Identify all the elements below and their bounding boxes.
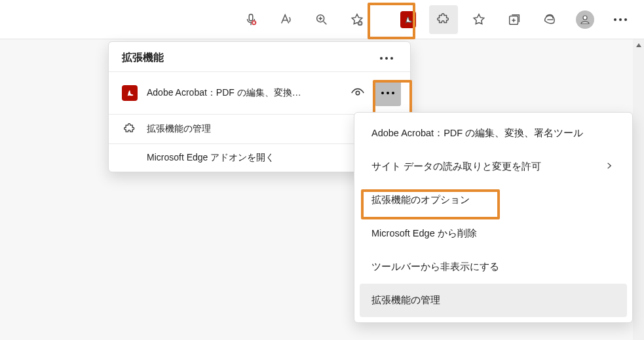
svg-point-5 [583, 16, 587, 20]
voice-icon[interactable] [237, 5, 265, 34]
acrobat-icon [122, 85, 138, 101]
extension-item-more-button[interactable] [375, 80, 401, 106]
extension-context-menu: Adobe Acrobat：PDF の編集、変換、署名ツール サイト データの読… [354, 112, 633, 323]
ctx-site-data-label: サイト データの読み取りと変更を許可 [371, 161, 541, 173]
read-aloud-icon[interactable] [272, 5, 301, 34]
visibility-toggle-icon[interactable] [350, 86, 366, 100]
svg-point-6 [356, 91, 360, 95]
extensions-popup-title: 拡張機能 [122, 51, 164, 65]
extension-item-label: Adobe Acrobat：PDF の編集、変換… [147, 87, 341, 99]
extension-item-acrobat[interactable]: Adobe Acrobat：PDF の編集、変換… [109, 71, 410, 114]
favorites-icon[interactable] [464, 5, 493, 34]
ctx-remove[interactable]: Microsoft Edge から削除 [354, 217, 632, 250]
ctx-options[interactable]: 拡張機能のオプション [354, 183, 632, 217]
zoom-icon[interactable] [307, 5, 336, 34]
ctx-options-label: 拡張機能のオプション [371, 194, 470, 206]
puzzle-icon [122, 123, 138, 136]
ie-mode-icon[interactable] [535, 5, 564, 34]
ctx-remove-label: Microsoft Edge から削除 [371, 227, 477, 240]
vertical-scrollbar[interactable] [633, 39, 644, 340]
ctx-extension-title-label: Adobe Acrobat：PDF の編集、変換、署名ツール [371, 127, 583, 140]
ctx-hide-label: ツールバーから非表示にする [371, 261, 499, 273]
favorite-add-icon[interactable] [343, 5, 371, 34]
more-icon[interactable] [606, 5, 635, 34]
extensions-icon[interactable] [429, 5, 458, 34]
svg-rect-0 [249, 14, 253, 20]
ctx-manage-label: 拡張機能の管理 [371, 294, 440, 307]
ctx-site-data[interactable]: サイト データの読み取りと変更を許可 [354, 150, 632, 183]
acrobat-extension-icon[interactable] [394, 5, 423, 34]
chevron-right-icon [605, 161, 614, 172]
ctx-manage[interactable]: 拡張機能の管理 [360, 284, 627, 317]
ctx-hide[interactable]: ツールバーから非表示にする [354, 250, 632, 284]
ctx-extension-title: Adobe Acrobat：PDF の編集、変換、署名ツール [354, 117, 632, 150]
collections-icon[interactable] [500, 5, 529, 34]
scrollbar-up-button[interactable] [633, 39, 644, 51]
browser-toolbar [0, 0, 644, 39]
profile-avatar[interactable] [571, 5, 599, 34]
extensions-popup-menu-button[interactable] [376, 53, 397, 64]
